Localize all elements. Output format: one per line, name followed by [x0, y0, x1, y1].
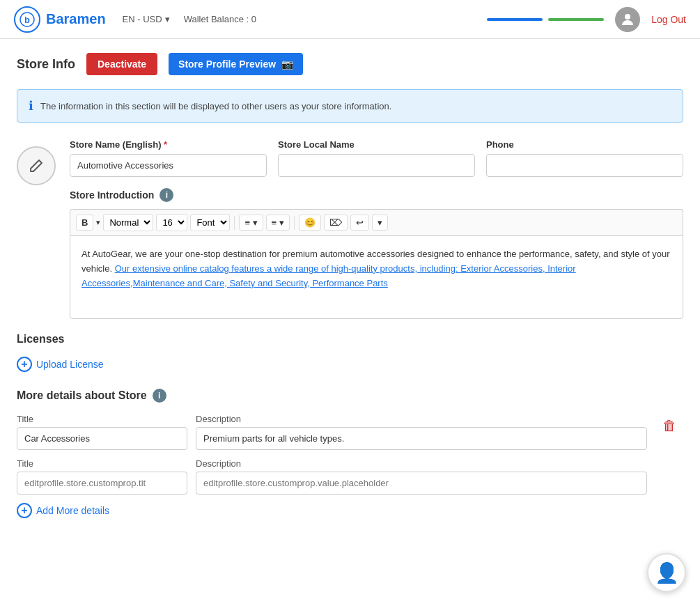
align-button[interactable]: ≡ ▾	[266, 215, 290, 231]
form-area: Store Name (English) * Store Local Name …	[17, 139, 683, 319]
font-select[interactable]: Font	[190, 214, 230, 231]
editor-content-area[interactable]: At AutoGear, we are your one-stop destin…	[70, 235, 683, 319]
tab-inactive[interactable]	[548, 18, 604, 21]
store-local-name-input[interactable]	[278, 154, 475, 177]
user-avatar[interactable]	[615, 7, 640, 32]
licenses-title: Licenses	[17, 333, 683, 345]
intro-info-icon: i	[160, 188, 173, 202]
tab-active[interactable]	[487, 18, 543, 21]
detail-desc-input-2[interactable]	[196, 472, 647, 495]
store-name-input[interactable]	[70, 154, 267, 177]
store-name-group: Store Name (English) *	[70, 139, 267, 177]
editor-highlight-text: Our extensive online catalog features a …	[81, 263, 576, 288]
phone-group: Phone	[486, 139, 683, 177]
header: b Baramen EN - USD ▾ Wallet Balance : 0 …	[0, 0, 700, 39]
add-more-details-button[interactable]: + Add More details	[17, 503, 683, 518]
detail-title-input-2[interactable]	[17, 472, 187, 495]
title-label-2: Title	[17, 458, 187, 469]
chevron-down-icon: ▾	[165, 14, 170, 24]
header-right: Log Out	[487, 7, 686, 32]
toolbar-divider-2	[294, 216, 295, 230]
phone-input[interactable]	[486, 154, 683, 177]
info-icon: ℹ	[29, 98, 33, 114]
more-details-info-icon: i	[153, 389, 166, 403]
store-fields: Store Name (English) * Store Local Name …	[70, 139, 683, 319]
page-title: Store Info	[17, 57, 75, 72]
store-local-name-label: Store Local Name	[278, 139, 475, 150]
add-more-plus-icon: +	[17, 503, 32, 518]
store-local-name-group: Store Local Name	[278, 139, 475, 177]
licenses-section: Licenses + Upload License	[17, 333, 683, 372]
fontsize-select[interactable]: 16	[156, 214, 187, 231]
form-row-names: Store Name (English) * Store Local Name …	[70, 139, 683, 177]
list-button[interactable]: ≡ ▾	[239, 215, 263, 231]
format-select[interactable]: Normal	[103, 214, 153, 231]
eraser-button[interactable]: ⌦	[324, 215, 348, 231]
toolbar-divider-1	[234, 216, 235, 230]
detail-desc-input-1[interactable]	[196, 427, 647, 450]
plus-icon: +	[17, 357, 32, 372]
logo-icon: b	[14, 6, 40, 33]
info-banner: ℹ The information in this section will b…	[17, 89, 683, 123]
more-button[interactable]: ▾	[372, 215, 388, 231]
deactivate-button[interactable]: Deactivate	[86, 53, 157, 75]
header-tabs	[487, 18, 604, 21]
upload-license-button[interactable]: + Upload License	[17, 357, 683, 372]
editor-text: At AutoGear, we are your one-stop destin…	[81, 249, 670, 288]
main-content: Store Info Deactivate Store Profile Prev…	[0, 39, 700, 532]
detail-desc-col-2: Description	[196, 458, 647, 495]
more-details-header: More details about Store i	[17, 389, 683, 403]
detail-title-col-2: Title	[17, 458, 187, 495]
emoji-button[interactable]: 😊	[299, 215, 321, 231]
logout-button[interactable]: Log Out	[651, 14, 686, 25]
wallet-balance: Wallet Balance : 0	[184, 14, 488, 24]
more-details-section: More details about Store i Title Descrip…	[17, 389, 683, 518]
detail-row-1: Title Description 🗑	[17, 414, 683, 450]
detail-title-input-1[interactable]	[17, 427, 187, 450]
svg-point-2	[625, 14, 630, 20]
store-info-header: Store Info Deactivate Store Profile Prev…	[17, 53, 683, 75]
title-label-1: Title	[17, 414, 187, 424]
preview-button[interactable]: Store Profile Preview 📷	[169, 53, 303, 75]
bold-dropdown-icon[interactable]: ▾	[96, 218, 100, 227]
undo-button[interactable]: ↩	[350, 215, 369, 231]
camera-icon: 📷	[281, 59, 293, 70]
detail-action-col-1: 🗑	[655, 414, 683, 438]
detail-row-2: Title Description	[17, 458, 683, 495]
more-details-title: More details about Store	[17, 389, 147, 402]
logo-name: Baramen	[46, 11, 106, 27]
avatar-edit-button[interactable]	[17, 146, 56, 185]
store-intro-label-area: Store Introduction i	[70, 188, 683, 202]
desc-label-1: Description	[196, 414, 647, 424]
detail-desc-col-1: Description	[196, 414, 647, 450]
store-intro-section: Store Introduction i B ▾ Normal 16 Font	[70, 188, 683, 319]
store-name-label: Store Name (English) *	[70, 139, 267, 150]
language-selector[interactable]: EN - USD ▾	[123, 14, 170, 24]
logo-area: b Baramen	[14, 6, 106, 33]
phone-label: Phone	[486, 139, 683, 150]
desc-label-2: Description	[196, 458, 647, 469]
editor-toolbar: B ▾ Normal 16 Font ≡ ▾ ≡ ▾ 😊	[70, 209, 683, 235]
detail-title-col-1: Title	[17, 414, 187, 450]
svg-text:b: b	[24, 15, 30, 25]
delete-row-1-button[interactable]: 🗑	[658, 414, 680, 438]
bold-button[interactable]: B	[76, 215, 93, 231]
